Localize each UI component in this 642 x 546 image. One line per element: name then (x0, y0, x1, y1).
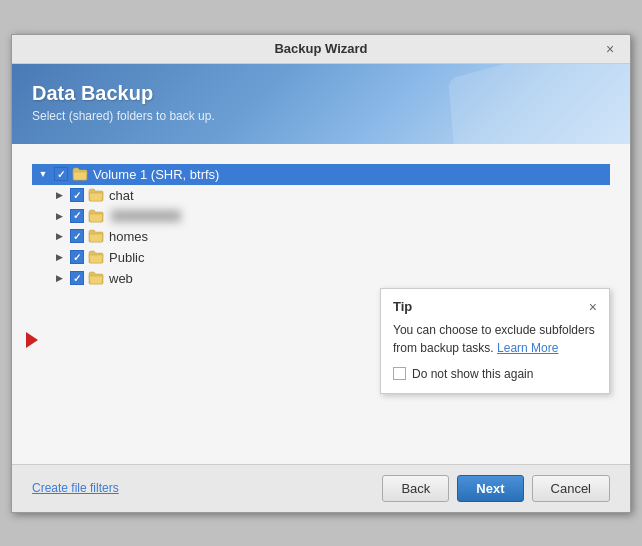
web-row[interactable]: ▶ web (32, 268, 610, 289)
header-banner: Data Backup Select (shared) folders to b… (12, 64, 630, 144)
web-checkbox[interactable] (70, 271, 84, 285)
tip-close-button[interactable]: × (589, 299, 597, 315)
bottom-buttons: Back Next Cancel (382, 475, 610, 502)
close-button[interactable]: × (602, 41, 618, 57)
back-button[interactable]: Back (382, 475, 449, 502)
bottom-bar: Create file filters Back Next Cancel (12, 464, 630, 512)
public-label: Public (109, 250, 144, 265)
do-not-show-label: Do not show this again (412, 367, 533, 381)
tip-body-text: You can choose to exclude subfolders fro… (393, 323, 595, 355)
next-button[interactable]: Next (457, 475, 523, 502)
chat-checkbox[interactable] (70, 188, 84, 202)
public-expand-arrow[interactable]: ▶ (52, 250, 66, 264)
title-bar: Backup Wizard × (12, 35, 630, 64)
homes-row[interactable]: ▶ homes (32, 226, 610, 247)
tip-popup: Tip × You can choose to exclude subfolde… (380, 288, 610, 394)
blurred-checkbox[interactable] (70, 209, 84, 223)
homes-label: homes (109, 229, 148, 244)
chat-expand-arrow[interactable]: ▶ (52, 188, 66, 202)
chat-label: chat (109, 188, 134, 203)
web-label: web (109, 271, 133, 286)
create-filters-link[interactable]: Create file filters (32, 481, 119, 495)
tip-title: Tip (393, 299, 412, 314)
web-expand-arrow[interactable]: ▶ (52, 271, 66, 285)
blurred-label (111, 210, 181, 222)
page-title: Data Backup (32, 82, 610, 105)
volume-row[interactable]: ▼ Volume 1 (SHR, btrfs) (32, 164, 610, 185)
public-row[interactable]: ▶ Public (32, 247, 610, 268)
main-content: ▼ Volume 1 (SHR, btrfs) ▶ (12, 144, 630, 464)
do-not-show-checkbox[interactable] (393, 367, 406, 380)
page-subtitle: Select (shared) folders to back up. (32, 109, 610, 123)
tip-header: Tip × (393, 299, 597, 315)
window-title: Backup Wizard (40, 41, 602, 56)
web-folder-icon (88, 271, 104, 285)
learn-more-link[interactable]: Learn More (497, 341, 558, 355)
volume-checkbox[interactable] (54, 167, 68, 181)
chat-folder-icon (88, 188, 104, 202)
main-window: Backup Wizard × Data Backup Select (shar… (11, 34, 631, 513)
red-arrow-indicator (26, 332, 38, 348)
blurred-expand-arrow[interactable]: ▶ (52, 209, 66, 223)
volume-expand-arrow[interactable]: ▼ (36, 167, 50, 181)
tip-footer: Do not show this again (393, 367, 597, 381)
tip-body: You can choose to exclude subfolders fro… (393, 321, 597, 357)
homes-checkbox[interactable] (70, 229, 84, 243)
public-folder-icon (88, 250, 104, 264)
chat-row[interactable]: ▶ chat (32, 185, 610, 206)
homes-folder-icon (88, 229, 104, 243)
homes-expand-arrow[interactable]: ▶ (52, 229, 66, 243)
volume-label: Volume 1 (SHR, btrfs) (93, 167, 219, 182)
blurred-folder-icon (88, 209, 104, 223)
cancel-button[interactable]: Cancel (532, 475, 610, 502)
public-checkbox[interactable] (70, 250, 84, 264)
blurred-row[interactable]: ▶ (32, 206, 610, 226)
folder-tree: ▼ Volume 1 (SHR, btrfs) ▶ (32, 164, 610, 289)
volume-folder-icon (72, 167, 88, 181)
